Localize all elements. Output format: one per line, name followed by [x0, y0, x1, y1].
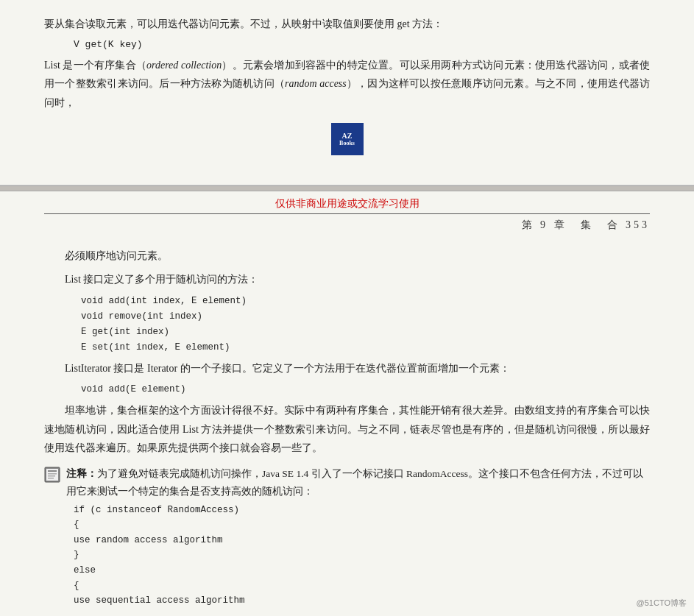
chapter-header: 第 9 章 集 合 353	[44, 213, 650, 232]
watermark-bottom: Books	[339, 140, 355, 146]
note-text1: 为了避免对链表完成随机访问操作，Java SE 1.4 引入了一个标记接口 Ra…	[66, 468, 643, 497]
svg-rect-3	[48, 473, 57, 475]
top-page: 要从集合读取元素，可以用迭代器访问元素。不过，从映射中读取值则要使用 get 方…	[0, 0, 694, 185]
bottom-page: 仅供非商业用途或交流学习使用 第 9 章 集 合 353 必须顺序地访问元素。 …	[0, 191, 694, 616]
watermark-top: AZ	[342, 132, 353, 140]
notice-text: 仅供非商业用途或交流学习使用	[275, 198, 419, 209]
note-code-line-1: if (c instanceof RandomAccess)	[74, 503, 650, 518]
chapter-info: 第 9 章 集 合 353	[522, 219, 651, 232]
para-design: 坦率地讲，集合框架的这个方面设计得很不好。实际中有两种有序集合，其性能开销有很大…	[44, 401, 650, 459]
note-icon	[44, 467, 60, 483]
note-code-line-3: use random access algorithm	[74, 533, 650, 548]
svg-rect-4	[48, 475, 55, 477]
watermark-corner: @51CTO博客	[637, 598, 687, 609]
note-label: 注释：	[66, 468, 97, 479]
note-code-line-2: {	[74, 517, 650, 533]
note-code-line-4: }	[74, 548, 650, 563]
para-sequential: 必须顺序地访问元素。	[44, 247, 650, 266]
code-method-3: E get(int index)	[81, 325, 650, 340]
note-code-line-7: use sequential access algorithm	[74, 593, 650, 609]
code-listadd: void add(E element)	[81, 382, 650, 397]
code-method-1: void add(int index, E element)	[81, 294, 650, 309]
note-block: 注释：为了避免对链表完成随机访问操作，Java SE 1.4 引入了一个标记接口…	[44, 465, 650, 611]
top-code1: V get(K key)	[74, 39, 650, 50]
svg-rect-5	[48, 478, 54, 479]
notice-bar: 仅供非商业用途或交流学习使用	[44, 191, 650, 213]
note-code-line-5: else	[74, 563, 650, 578]
svg-rect-2	[48, 470, 57, 472]
para-list-methods: List 接口定义了多个用于随机访问的方法：	[44, 270, 650, 289]
note-code-line-6: {	[74, 578, 650, 594]
top-paragraph1: 要从集合读取元素，可以用迭代器访问元素。不过，从映射中读取值则要使用 get 方…	[44, 15, 650, 33]
code-method-2: void remove(int index)	[81, 309, 650, 325]
para-listiterator: ListIterator 接口是 Iterator 的一个子接口。它定义了一个方…	[44, 359, 650, 378]
page-divider	[0, 185, 694, 191]
note-content: 注释：为了避免对链表完成随机访问操作，Java SE 1.4 引入了一个标记接口…	[66, 465, 650, 611]
watermark-area: AZ Books	[44, 112, 650, 163]
watermark-badge: AZ Books	[331, 123, 364, 155]
note-code-block: if (c instanceof RandomAccess) { use ran…	[74, 503, 650, 609]
top-paragraph2: List 是一个有序集合（ordered collection）。元素会增加到容…	[44, 56, 650, 112]
page-container: 要从集合读取元素，可以用迭代器访问元素。不过，从映射中读取值则要使用 get 方…	[0, 0, 694, 616]
code-methods: void add(int index, E element) void remo…	[81, 294, 650, 356]
code-method-4: E set(int index, E element)	[81, 340, 650, 355]
